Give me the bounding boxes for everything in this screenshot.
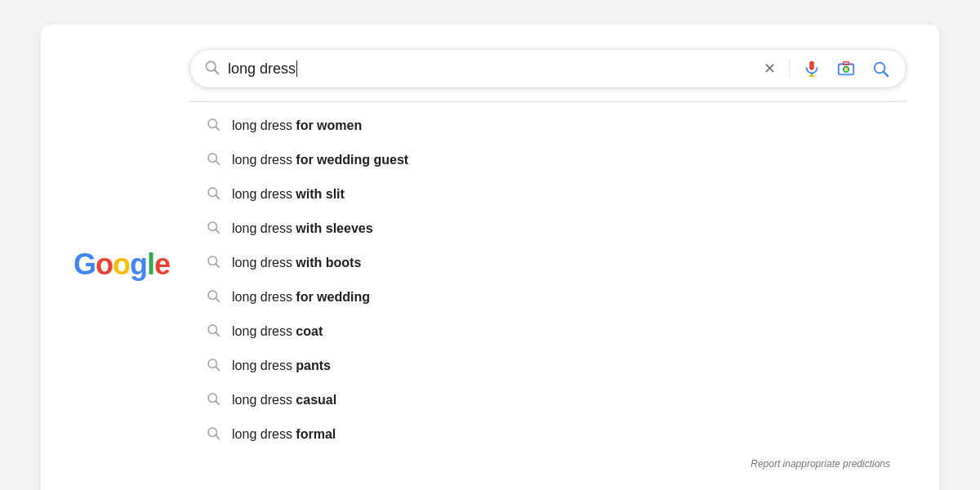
top-bar: Google long dress ✕ bbox=[74, 49, 906, 479]
suggestion-search-icon bbox=[206, 391, 220, 409]
svg-line-1 bbox=[215, 69, 219, 74]
autocomplete-dropdown: long dress for women long dress for wedd… bbox=[189, 102, 906, 479]
suggestion-bold: formal bbox=[296, 427, 336, 441]
logo-l: l bbox=[147, 247, 154, 281]
svg-line-10 bbox=[884, 72, 888, 76]
suggestion-search-icon bbox=[206, 288, 220, 306]
suggestion-bold: with boots bbox=[296, 256, 361, 270]
suggestion-prefix: long dress bbox=[232, 324, 296, 338]
svg-line-16 bbox=[216, 195, 219, 198]
svg-line-22 bbox=[216, 298, 219, 301]
search-box: long dress ✕ bbox=[189, 49, 906, 88]
search-actions: ✕ bbox=[760, 56, 893, 81]
suggestion-prefix: long dress bbox=[232, 359, 296, 372]
suggestion-search-icon bbox=[206, 151, 220, 169]
suggestion-prefix: long dress bbox=[232, 118, 296, 132]
logo-o1: o bbox=[96, 247, 113, 281]
suggestion-item[interactable]: long dress for wedding bbox=[189, 280, 906, 314]
camera-button[interactable] bbox=[834, 56, 858, 81]
suggestion-prefix: long dress bbox=[232, 153, 296, 167]
svg-rect-6 bbox=[843, 62, 849, 65]
suggestion-search-icon bbox=[206, 185, 220, 203]
text-cursor bbox=[296, 60, 297, 77]
search-submit-icon bbox=[871, 60, 889, 78]
suggestion-prefix: long dress bbox=[232, 427, 296, 441]
suggestion-item[interactable]: long dress for wedding guest bbox=[189, 143, 906, 177]
suggestion-search-icon bbox=[206, 254, 220, 272]
svg-rect-2 bbox=[809, 61, 814, 70]
logo-g2: g bbox=[130, 247, 147, 281]
google-logo: Google bbox=[74, 247, 170, 282]
suggestion-bold: casual bbox=[296, 393, 336, 407]
logo-e: e bbox=[154, 247, 170, 281]
suggestion-text: long dress for wedding bbox=[232, 290, 370, 305]
search-query-text: long dress bbox=[228, 60, 296, 78]
suggestion-item[interactable]: long dress pants bbox=[189, 349, 906, 383]
logo-o2: o bbox=[113, 247, 130, 281]
report-label: Report inappropriate predictions bbox=[751, 458, 890, 470]
suggestion-prefix: long dress bbox=[232, 256, 296, 270]
suggestion-bold: for women bbox=[296, 118, 362, 132]
suggestion-search-icon bbox=[206, 425, 220, 443]
suggestion-search-icon bbox=[206, 323, 220, 341]
svg-line-14 bbox=[216, 161, 219, 164]
suggestion-prefix: long dress bbox=[232, 221, 296, 235]
svg-line-12 bbox=[216, 127, 219, 130]
suggestion-item[interactable]: long dress with boots bbox=[189, 246, 906, 280]
microphone-icon bbox=[803, 60, 821, 78]
suggestion-item[interactable]: long dress coat bbox=[189, 314, 906, 349]
suggestion-text: long dress pants bbox=[232, 359, 331, 373]
svg-line-24 bbox=[216, 332, 219, 336]
camera-icon bbox=[837, 60, 855, 78]
suggestion-search-icon bbox=[206, 117, 220, 135]
suggestion-text: long dress for wedding guest bbox=[232, 153, 408, 167]
clear-icon: ✕ bbox=[764, 60, 776, 78]
suggestion-search-icon bbox=[206, 220, 220, 238]
svg-line-28 bbox=[216, 401, 219, 404]
suggestion-prefix: long dress bbox=[232, 290, 296, 304]
suggestion-text: long dress coat bbox=[232, 324, 323, 339]
suggestion-search-icon bbox=[206, 357, 220, 375]
suggestion-item[interactable]: long dress casual bbox=[189, 383, 906, 417]
suggestion-prefix: long dress bbox=[232, 187, 296, 201]
svg-line-26 bbox=[216, 367, 219, 370]
suggestion-bold: coat bbox=[296, 324, 323, 338]
suggestion-text: long dress formal bbox=[232, 427, 336, 442]
suggestion-item[interactable]: long dress with slit bbox=[189, 177, 906, 212]
clear-button[interactable]: ✕ bbox=[760, 56, 779, 81]
suggestion-bold: with sleeves bbox=[296, 221, 372, 235]
svg-line-30 bbox=[216, 435, 219, 439]
svg-line-18 bbox=[216, 229, 219, 233]
vertical-divider bbox=[789, 59, 790, 78]
suggestion-item[interactable]: long dress formal bbox=[189, 417, 906, 452]
suggestion-item[interactable]: long dress for women bbox=[189, 109, 906, 143]
logo-g: G bbox=[74, 247, 96, 281]
suggestion-bold: for wedding bbox=[296, 290, 370, 304]
svg-point-8 bbox=[845, 69, 848, 71]
search-submit-button[interactable] bbox=[868, 56, 893, 81]
svg-line-20 bbox=[216, 264, 219, 267]
suggestion-item[interactable]: long dress with sleeves bbox=[189, 212, 906, 246]
suggestion-text: long dress with slit bbox=[232, 187, 345, 202]
suggestion-bold: with slit bbox=[296, 187, 345, 201]
report-link[interactable]: Report inappropriate predictions bbox=[189, 452, 906, 470]
suggestion-bold: pants bbox=[296, 359, 331, 372]
suggestion-text: long dress with boots bbox=[232, 256, 361, 270]
suggestion-text: long dress for women bbox=[232, 118, 362, 133]
search-icon-left bbox=[203, 59, 220, 79]
search-input[interactable]: long dress bbox=[228, 60, 752, 78]
suggestion-prefix: long dress bbox=[232, 393, 296, 407]
search-box-wrapper: long dress ✕ bbox=[189, 49, 906, 479]
suggestion-bold: for wedding guest bbox=[296, 153, 408, 167]
suggestion-text: long dress casual bbox=[232, 393, 336, 408]
microphone-button[interactable] bbox=[800, 56, 824, 81]
page-container: Google long dress ✕ bbox=[41, 24, 939, 490]
suggestion-text: long dress with sleeves bbox=[232, 221, 373, 236]
